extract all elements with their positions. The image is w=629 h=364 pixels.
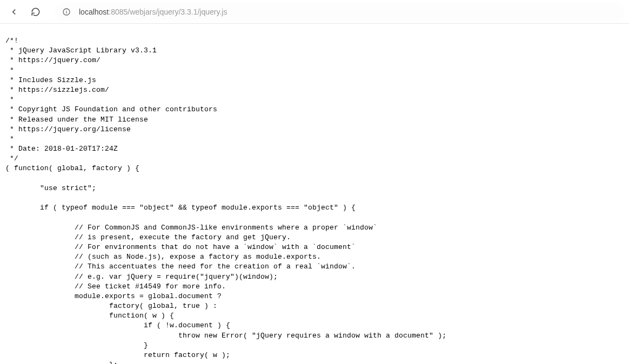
url-text: localhost:8085/webjars/jquery/3.3.1/jque…	[79, 8, 227, 16]
back-button[interactable]	[4, 2, 24, 22]
browser-toolbar: localhost:8085/webjars/jquery/3.3.1/jque…	[0, 0, 629, 24]
url-host: localhost	[79, 8, 109, 16]
source-code: /*! * jQuery JavaScript Library v3.3.1 *…	[0, 31, 629, 364]
reload-button[interactable]	[26, 2, 45, 22]
url-path: :8085/webjars/jquery/3.3.1/jquery.js	[109, 8, 227, 16]
site-info-icon[interactable]	[62, 7, 71, 17]
address-bar[interactable]: localhost:8085/webjars/jquery/3.3.1/jque…	[54, 3, 625, 21]
svg-point-2	[66, 10, 66, 10]
